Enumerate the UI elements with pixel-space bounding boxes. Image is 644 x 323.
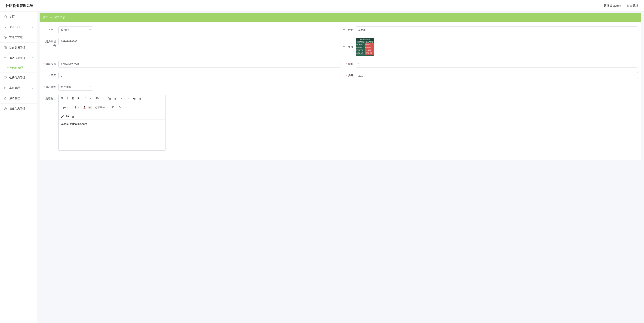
user-label: 用户 [43,26,58,33]
indent-button[interactable] [138,97,142,100]
house-no-input[interactable] [58,61,340,67]
svg-text:1: 1 [108,97,109,98]
sidebar-item-rent[interactable]: 租住信息管理 ⌄ [0,104,37,114]
username-input[interactable] [356,26,638,33]
italic-button[interactable]: I [66,97,69,100]
svg-point-20 [114,99,114,99]
chevron-down-icon: ⌄ [31,107,33,110]
sidebar-item-fee[interactable]: 收费信息管理 ⌄ [0,72,37,83]
sidebar-item-parking[interactable]: 车位管理 ⌄ [0,83,37,93]
superscript-button[interactable]: x2 [126,97,129,100]
phone-input[interactable] [58,38,340,45]
user-select-value: 慕代码 [61,28,69,32]
house-no-label: 房屋编号 [43,61,58,67]
phone-label: 用户手机号 [43,38,58,48]
chevron-up-icon: ⌃ [31,57,33,59]
svg-point-18 [114,98,114,98]
logout-button[interactable]: 退出登录 [627,4,638,7]
ol-button[interactable]: 1 [108,97,112,100]
font-select[interactable]: 标准字体 [95,106,108,109]
remark-label: 房屋备注 [43,95,58,102]
editor-content[interactable]: 慕代码 mudaima.com [58,120,165,150]
avatar-image[interactable]: 选择我们的理由 我们的课程别人的课程 精心整理组织混乱 高清视频模糊视频 不定时… [356,38,374,56]
block-select[interactable]: 文本 [72,106,79,109]
sidebar-item-property[interactable]: 房产信息管理 ⌃ [0,53,37,63]
svg-point-0 [5,26,6,27]
unit-label: 单元 [43,72,58,79]
form-card: 用户 慕代码 用户姓名 用户手机号 用户头像 [40,22,641,160]
sidebar-subitem-label: 房产信息管理 [7,66,23,70]
sidebar-item-basedata[interactable]: 基础数据管理 ⌄ [0,42,37,53]
crop-icon [4,86,7,90]
admin-label[interactable]: 管理员 admin [604,4,621,7]
sidebar-item-label: 管理员管理 [9,36,23,39]
building-label: 楼栋 [340,61,356,67]
username-label: 用户姓名 [340,26,356,33]
link-button[interactable] [60,114,64,118]
sidebar-item-label: 房产信息管理 [9,56,25,60]
sidebar-item-user[interactable]: 用户管理 ⌄ [0,93,37,104]
h1-button[interactable]: H1 [96,97,99,100]
chevron-down-icon: ⌄ [31,97,33,100]
sidebar: 首页 个人中心 ⌄ 管理员管理 ⌄ 基础数据管理 ⌄ 房产信息管理 ⌃ 房产信息… [0,11,37,323]
sidebar-item-label: 基础数据管理 [9,46,25,49]
image-button[interactable] [66,114,69,118]
sidebar-subitem-property[interactable]: 房产信息管理 [0,63,37,72]
user-icon [4,25,7,28]
bell-icon [4,97,7,100]
app-title: 社区物业管理系统 [6,3,34,8]
editor-toolbar: B I U S ❞ </> H1 [58,95,165,120]
chevron-down-icon: ⌄ [31,36,33,39]
monitor-icon [4,76,7,79]
sidebar-item-admin[interactable]: 管理员管理 ⌄ [0,32,37,42]
arrow-right-icon: → [50,16,52,19]
ul-button[interactable] [114,97,117,100]
sidebar-item-label: 首页 [9,15,14,18]
bold-button[interactable]: B [60,97,64,100]
chevron-down-icon: ⌄ [31,26,33,28]
size-select[interactable]: 14px [60,106,68,109]
app-header: 社区物业管理系统 管理员 admin 退出登录 [0,0,644,11]
chevron-down-icon: ⌄ [31,46,33,49]
building-input[interactable] [356,61,638,67]
outdent-button[interactable] [133,97,136,100]
chevron-down-icon: ⌄ [31,87,33,89]
sidebar-item-label: 收费信息管理 [9,76,25,79]
quote-button[interactable]: ❞ [84,97,87,100]
sidebar-item-label: 用户管理 [9,97,20,100]
list-icon [4,57,7,60]
svg-point-31 [67,116,68,116]
room-input[interactable] [356,72,638,79]
sidebar-item-label: 个人中心 [9,25,20,29]
subscript-button[interactable]: x2 [120,97,124,100]
home-icon [4,15,7,18]
chevron-down-icon: ⌄ [31,76,33,79]
clear-format-button[interactable]: Tx [118,106,121,109]
save-button[interactable] [71,114,75,118]
clock-icon [4,36,7,39]
breadcrumb-current: 房产信息 [54,16,65,19]
breadcrumb: 首页 → 房产信息 [40,13,641,22]
breadcrumb-home[interactable]: 首页 [43,16,48,19]
underline-button[interactable]: U [71,97,75,100]
sidebar-item-home[interactable]: 首页 [0,11,37,22]
svg-point-19 [114,98,114,99]
strike-button[interactable]: S [76,97,80,100]
room-label: 房号 [340,72,356,79]
sidebar-item-label: 租住信息管理 [9,107,25,110]
dashboard-icon [4,107,7,110]
color-button[interactable]: A [83,106,86,109]
main-content: 首页 → 房产信息 用户 慕代码 用户姓名 [37,11,644,323]
sidebar-item-label: 车位管理 [9,86,20,90]
code-button[interactable]: </> [89,97,92,100]
type-select[interactable]: 房产类型2 [58,84,93,90]
bgcolor-button[interactable]: A [88,106,92,109]
user-select[interactable]: 慕代码 [58,26,93,33]
unit-input[interactable] [58,72,340,79]
align-button[interactable] [111,106,114,109]
grid-icon [4,46,7,49]
rich-editor: B I U S ❞ </> H1 [58,95,166,151]
h2-button[interactable]: H2 [101,97,105,100]
type-select-value: 房产类型2 [61,85,73,89]
sidebar-item-personal[interactable]: 个人中心 ⌄ [0,22,37,32]
